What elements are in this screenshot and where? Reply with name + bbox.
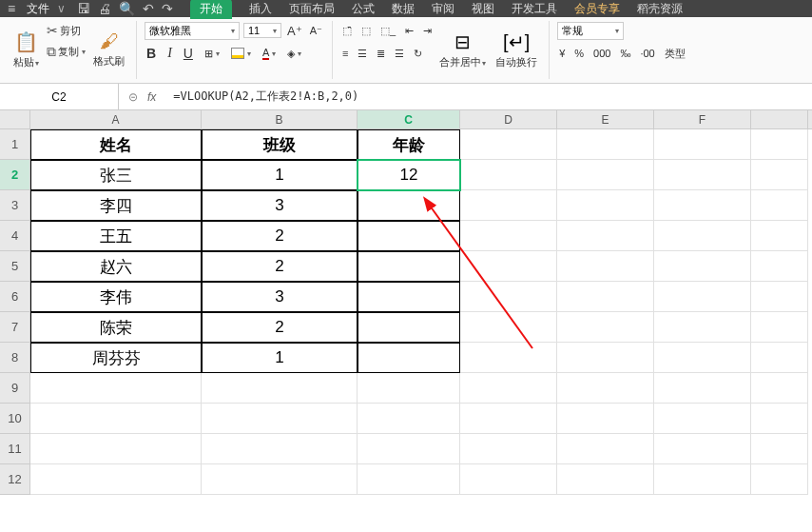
cell-D4[interactable] [460,221,557,251]
cell-E9[interactable] [557,373,654,404]
font-size-select[interactable]: 11▾ [243,23,281,38]
row-header-9[interactable]: 9 [0,373,30,404]
save-icon[interactable]: 🖫 [77,1,90,16]
copy-button[interactable]: ⧉复制▾ [45,42,87,61]
increase-decimal-button[interactable]: ‰ [618,47,632,60]
cancel-icon[interactable]: ⊝ [128,90,138,104]
cell-C10[interactable] [358,404,460,434]
ribbon-tab-resources[interactable]: 稻壳资源 [637,1,683,17]
file-tab[interactable]: 文件 [19,1,57,17]
cell-A12[interactable] [30,464,202,495]
cell-B3[interactable]: 3 [202,190,358,221]
cell-E8[interactable] [557,343,654,373]
row-header-2[interactable]: 2 [0,160,30,190]
col-header-B[interactable]: B [202,110,358,128]
font-color-button[interactable]: A▾ [261,46,278,61]
formula-input[interactable]: =VLOOKUP(A2,工作表2!A:B,2,0) [165,89,812,105]
cell-D6[interactable] [460,282,557,312]
merge-center-button[interactable]: ⊟ 合并居中▾ [435,21,490,78]
cell-B7[interactable]: 2 [202,312,358,343]
increase-font-button[interactable]: A⁺ [285,23,304,39]
col-header-D[interactable]: D [460,110,557,128]
cell-A1[interactable]: 姓名 [30,129,202,160]
type-button[interactable]: 类型 [663,46,687,62]
cell-B8[interactable]: 1 [202,343,358,373]
preview-icon[interactable]: 🔍 [119,1,135,16]
cell-G6[interactable] [751,282,808,312]
cell-C11[interactable] [358,434,460,464]
cell-F11[interactable] [654,434,751,464]
ribbon-tab-dev-tools[interactable]: 开发工具 [512,1,557,17]
file-dropdown-icon[interactable]: ∨ [57,2,66,15]
cell-F10[interactable] [654,404,751,434]
cell-E6[interactable] [557,282,654,312]
cell-B1[interactable]: 班级 [202,129,358,160]
cell-B12[interactable] [202,464,358,495]
cell-C9[interactable] [358,373,460,404]
bold-button[interactable]: B [145,45,158,62]
percent-button[interactable]: % [572,47,586,60]
cell-C5[interactable] [358,251,460,282]
cell-G9[interactable] [751,373,808,404]
cell-F5[interactable] [654,251,751,282]
cell-C6[interactable] [358,282,460,312]
cell-G1[interactable] [751,129,808,160]
cell-G5[interactable] [751,251,808,282]
font-name-select[interactable]: 微软雅黑▾ [145,22,240,40]
cell-A9[interactable] [30,373,202,404]
cell-D7[interactable] [460,312,557,343]
cell-A4[interactable]: 王五 [30,221,202,251]
justify-button[interactable]: ☰ [393,47,406,61]
cell-F9[interactable] [654,373,751,404]
border-button[interactable]: ⊞▾ [203,47,222,61]
decrease-decimal-button[interactable]: ·00 [638,47,656,60]
row-header-5[interactable]: 5 [0,251,30,282]
ribbon-tab-page-layout[interactable]: 页面布局 [289,1,335,17]
cell-A2[interactable]: 张三 [30,160,202,190]
cell-E7[interactable] [557,312,654,343]
cell-A8[interactable]: 周芬芬 [30,343,202,373]
cell-C8[interactable] [358,343,460,373]
cell-C4[interactable] [358,221,460,251]
cell-A5[interactable]: 赵六 [30,251,202,282]
cell-A10[interactable] [30,404,202,434]
cell-E2[interactable] [557,160,654,190]
cell-D11[interactable] [460,434,557,464]
ribbon-tab-member[interactable]: 会员专享 [574,1,620,17]
cell-C2[interactable]: 12 [358,160,460,190]
align-middle-button[interactable]: ⬚ [359,24,373,38]
ribbon-tab-insert[interactable]: 插入 [249,1,272,17]
number-format-select[interactable]: 常规▾ [557,22,624,40]
ribbon-tab-home[interactable]: 开始 [190,0,232,19]
cell-B2[interactable]: 1 [202,160,358,190]
cell-D1[interactable] [460,129,557,160]
align-center-button[interactable]: ☰ [356,47,369,61]
cell-E5[interactable] [557,251,654,282]
select-all-corner[interactable] [0,110,30,128]
cut-button[interactable]: ✂剪切 [45,21,87,40]
currency-button[interactable]: ¥ [557,47,567,60]
cell-D5[interactable] [460,251,557,282]
ribbon-tab-view[interactable]: 视图 [472,1,494,17]
cell-D8[interactable] [460,343,557,373]
cell-F3[interactable] [654,190,751,221]
ribbon-tab-data[interactable]: 数据 [392,1,415,17]
wrap-text-button[interactable]: [↵] 自动换行 [492,21,541,78]
row-header-4[interactable]: 4 [0,221,30,251]
row-header-6[interactable]: 6 [0,282,30,312]
cell-F4[interactable] [654,221,751,251]
cell-C12[interactable] [358,464,460,495]
increase-indent-button[interactable]: ⇥ [421,24,434,38]
undo-icon[interactable]: ↶ [143,1,154,16]
col-header-E[interactable]: E [557,110,654,128]
align-right-button[interactable]: ≣ [375,47,387,61]
ribbon-tab-review[interactable]: 审阅 [432,1,454,17]
cell-B6[interactable]: 3 [202,282,358,312]
cell-A11[interactable] [30,434,202,464]
cell-G7[interactable] [751,312,808,343]
decrease-font-button[interactable]: A⁻ [308,24,324,38]
row-header-3[interactable]: 3 [0,190,30,221]
paste-button[interactable]: 📋 粘贴▾ [10,21,43,78]
cell-C7[interactable] [358,312,460,343]
cell-A6[interactable]: 李伟 [30,282,202,312]
